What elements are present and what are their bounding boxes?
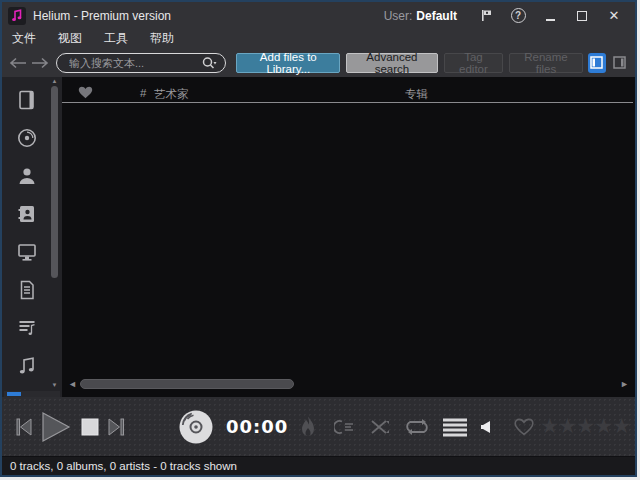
status-bar: 0 tracks, 0 albums, 0 artists - 0 tracks… — [2, 456, 635, 475]
menu-view[interactable]: 视图 — [58, 30, 82, 47]
queue-icon[interactable] — [334, 419, 356, 435]
toolbar: Add files to Library... Advanced search … — [2, 48, 635, 77]
favorite-column-heart-icon[interactable] — [78, 85, 93, 103]
app-icon — [8, 7, 26, 25]
sidebar-item-contacts-book[interactable] — [14, 201, 40, 227]
star-icon[interactable]: ★ — [540, 416, 558, 437]
help-icon[interactable]: ? — [505, 6, 531, 26]
scroll-up-icon[interactable]: ▲ — [50, 78, 59, 84]
heart-icon[interactable] — [514, 418, 534, 436]
sidebar-icons — [2, 77, 50, 390]
star-icon[interactable]: ★ — [612, 416, 630, 437]
sidebar-item-playlist[interactable] — [14, 315, 40, 341]
search-input[interactable] — [69, 57, 199, 69]
close-icon[interactable]: ✕ — [601, 6, 627, 26]
repeat-icon[interactable] — [404, 418, 430, 436]
content-area: ▲ ▼ # 艺术家 专辑 ◄ ► — [2, 77, 635, 397]
list-header: # 艺术家 专辑 — [62, 83, 633, 103]
next-button[interactable] — [106, 416, 128, 438]
scrollbar-thumb[interactable] — [7, 392, 21, 396]
menu-file[interactable]: 文件 — [12, 30, 36, 47]
help-glyph: ? — [511, 8, 526, 23]
stop-button[interactable] — [80, 417, 100, 437]
sidebar-item-album-disc[interactable] — [14, 125, 40, 151]
star-icon[interactable]: ★ — [594, 416, 612, 437]
column-header-artist[interactable]: 艺术家 — [154, 87, 189, 102]
column-header-number[interactable]: # — [140, 87, 146, 99]
panel-left-icon[interactable] — [588, 53, 606, 73]
scrollbar-thumb[interactable] — [80, 379, 294, 389]
user-label: User: — [384, 9, 413, 23]
add-files-button[interactable]: Add files to Library... — [236, 53, 340, 73]
forward-arrow-icon[interactable] — [30, 53, 50, 73]
rename-files-button[interactable]: Rename files — [509, 53, 582, 73]
scroll-left-icon[interactable]: ◄ — [68, 380, 77, 389]
menu-tools[interactable]: 工具 — [104, 30, 128, 47]
sidebar-item-music-note[interactable] — [14, 353, 40, 379]
list-horizontal-scrollbar[interactable]: ◄ ► — [66, 378, 631, 391]
scrollbar-thumb[interactable] — [51, 86, 58, 278]
scroll-right-icon[interactable]: ► — [620, 380, 629, 389]
sidebar-item-document-file[interactable] — [14, 277, 40, 303]
sidebar-item-computer-monitor[interactable] — [14, 239, 40, 265]
play-button[interactable] — [38, 411, 72, 443]
star-icon[interactable]: ★ — [576, 416, 594, 437]
speaker-icon[interactable] — [480, 420, 492, 434]
list-icon[interactable] — [442, 417, 468, 437]
flame-icon[interactable] — [298, 415, 318, 439]
back-arrow-icon[interactable] — [8, 53, 28, 73]
title-bar: Helium - Premium version User: Default ?… — [2, 2, 635, 29]
app-window: Helium - Premium version User: Default ?… — [0, 0, 637, 477]
tag-editor-button[interactable]: Tag editor — [444, 53, 504, 73]
sidebar-vertical-scrollbar[interactable]: ▲ ▼ — [50, 78, 59, 388]
player-bar: 00:00 ★ ★ ★ ★ ★ — [2, 397, 635, 456]
previous-button[interactable] — [14, 416, 34, 438]
menu-bar: 文件 视图 工具 帮助 — [2, 29, 635, 48]
flag-icon[interactable] — [473, 6, 499, 26]
music-note-icon — [11, 9, 23, 22]
shuffle-icon[interactable] — [370, 419, 390, 435]
sidebar-item-library-book[interactable] — [14, 87, 40, 113]
rating-stars: ★ ★ ★ ★ ★ — [540, 416, 630, 437]
sidebar: ▲ ▼ — [2, 77, 62, 397]
playback-time: 00:00 — [226, 416, 288, 437]
column-header-album[interactable]: 专辑 — [405, 87, 428, 102]
user-value[interactable]: Default — [416, 9, 457, 23]
star-icon[interactable]: ★ — [558, 416, 576, 437]
search-icon[interactable] — [201, 56, 218, 75]
sidebar-item-piano-keys[interactable] — [14, 383, 40, 390]
track-list[interactable]: # 艺术家 专辑 ◄ ► — [62, 77, 635, 397]
minimize-icon[interactable] — [537, 6, 563, 26]
status-text: 0 tracks, 0 albums, 0 artists - 0 tracks… — [10, 460, 237, 472]
disc-icon[interactable] — [178, 409, 214, 445]
search-box — [56, 53, 226, 73]
maximize-icon[interactable] — [569, 6, 595, 26]
scroll-down-icon[interactable]: ▼ — [50, 382, 59, 388]
panel-right-icon[interactable] — [611, 53, 629, 73]
window-title: Helium - Premium version — [33, 9, 171, 23]
sidebar-item-artist-person[interactable] — [14, 163, 40, 189]
advanced-search-button[interactable]: Advanced search — [346, 53, 437, 73]
menu-help[interactable]: 帮助 — [150, 30, 174, 47]
